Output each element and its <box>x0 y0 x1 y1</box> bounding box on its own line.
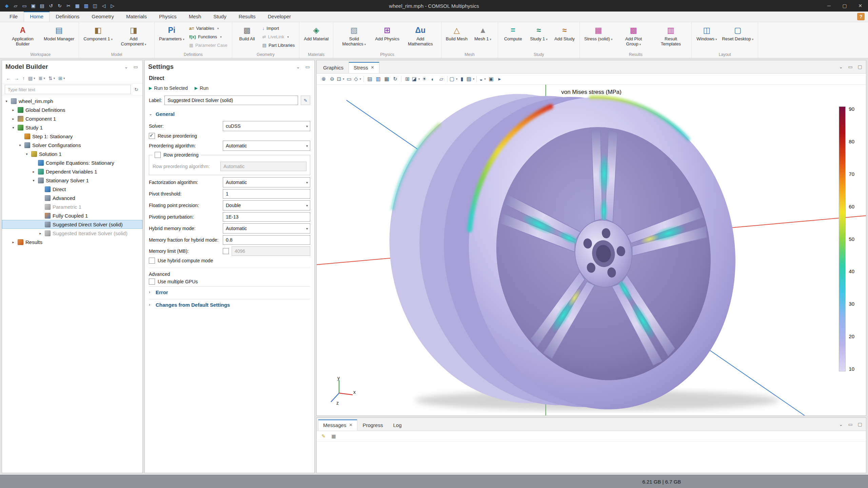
add-material-button[interactable]: ◈Add Material <box>302 23 330 51</box>
float-panel-icon[interactable]: ▭ <box>847 421 854 428</box>
close-button[interactable]: ✕ <box>852 0 868 12</box>
tree-item[interactable]: ▸Results <box>2 238 142 246</box>
next-node-icon[interactable]: ▷ <box>108 2 117 10</box>
model-manager-button[interactable]: ▤Model Manager <box>42 23 76 51</box>
go-to-yz-view-icon[interactable]: ▥ <box>374 75 382 83</box>
forward-icon[interactable]: → <box>13 76 20 81</box>
windows-button[interactable]: ◫Windows▾ <box>694 23 719 51</box>
refresh-icon[interactable]: ↻ <box>133 86 140 93</box>
tree-item[interactable]: ▾Study 1 <box>2 123 142 132</box>
up-icon[interactable]: ↑ <box>21 76 26 81</box>
lock-view-icon[interactable]: ▮ <box>458 75 466 83</box>
save-icon[interactable]: ▣ <box>29 2 37 10</box>
variables-button[interactable]: a=Variables▾ <box>188 24 229 33</box>
chevron-down-icon[interactable]: ⌄ <box>123 63 130 70</box>
part-libraries-button[interactable]: ▤Part Libraries <box>261 41 297 49</box>
use-multiple-gpus-checkbox[interactable] <box>149 279 155 285</box>
maximize-panel-icon[interactable]: ▢ <box>856 421 863 428</box>
scene-light-icon[interactable]: ☀ <box>420 75 429 83</box>
group-nodes-icon[interactable]: ≣▾ <box>37 76 46 81</box>
paste-icon[interactable]: ▥ <box>82 2 90 10</box>
tree-item[interactable]: Parametric 1 <box>2 202 142 211</box>
tab-definitions[interactable]: Definitions <box>50 12 85 22</box>
tree-toggle-icon[interactable]: ▸ <box>31 170 36 174</box>
undo-icon[interactable]: ↺ <box>47 2 55 10</box>
tree-toggle-icon[interactable]: ▾ <box>18 143 22 147</box>
tree-item[interactable]: ▾Solver Configurations <box>2 141 142 149</box>
help-icon[interactable]: ? <box>857 13 865 20</box>
tree-toggle-icon[interactable]: ▸ <box>11 117 16 121</box>
factorization-algorithm-select[interactable]: Automatic ▾ <box>223 177 310 187</box>
tree-item[interactable]: ▸Global Definitions <box>2 105 142 114</box>
go-to-xy-view-icon[interactable]: ▤ <box>366 75 374 83</box>
use-hybrid-compute-mode-checkbox[interactable] <box>149 258 155 264</box>
go-to-xz-view-icon[interactable]: ▦ <box>382 75 391 83</box>
tree-toggle-icon[interactable]: ▸ <box>38 231 43 235</box>
memory-limit-checkbox[interactable] <box>223 248 229 254</box>
tree-item[interactable]: ▸Suggested Iterative Solver (solid) <box>2 229 142 238</box>
sort-icon[interactable]: ⇅▾ <box>47 76 56 81</box>
chevron-down-icon[interactable]: ⌄ <box>837 421 844 428</box>
clear-messages-icon[interactable]: ✎ <box>320 433 327 440</box>
tab-graphics[interactable]: Graphics <box>318 62 349 73</box>
tree-item[interactable]: Suggested Direct Solver (solid) <box>2 220 142 229</box>
copy-icon[interactable]: ▦ <box>73 2 81 10</box>
expand-tree-icon[interactable]: ⊞▾ <box>57 76 66 81</box>
print-icon[interactable]: ▤ <box>38 2 46 10</box>
color-table-icon[interactable]: ▨▾ <box>466 75 475 83</box>
section-general[interactable]: ⌄ General <box>149 108 310 119</box>
open-file-icon[interactable]: ▭ <box>20 2 28 10</box>
tab-study[interactable]: Study <box>207 12 232 22</box>
back-icon[interactable]: ← <box>5 76 12 81</box>
redo-icon[interactable]: ↻ <box>56 2 64 10</box>
model-builder-window-icon[interactable]: ◫ <box>91 2 99 10</box>
environment-reflection-icon[interactable]: ◒▾ <box>478 75 487 83</box>
float-panel-icon[interactable]: ▭ <box>132 63 139 70</box>
tab-log[interactable]: Log <box>388 419 407 431</box>
add-study-button[interactable]: ≈Add Study <box>552 23 577 51</box>
chevron-down-icon[interactable]: ⌄ <box>837 63 844 70</box>
zoom-out-icon[interactable]: ⊖ <box>328 75 336 83</box>
result-templates-button[interactable]: ▥Result Templates <box>653 23 689 51</box>
memory-fraction-input[interactable] <box>223 235 310 245</box>
add-mathematics-button[interactable]: ΔuAdd Mathematics <box>402 23 438 51</box>
close-tab-icon[interactable]: ✕ <box>349 423 352 427</box>
maximize-panel-icon[interactable]: ▢ <box>856 63 863 70</box>
tab-stress[interactable]: Stress✕ <box>349 62 379 73</box>
compute-button[interactable]: =Compute <box>501 23 525 51</box>
copy-messages-icon[interactable]: ▦ <box>330 433 337 440</box>
run-to-selected-button[interactable]: ▶ Run to Selected <box>149 85 188 91</box>
tab-developer[interactable]: Developer <box>262 12 297 22</box>
build-all-button[interactable]: ▩Build All <box>235 23 259 51</box>
float-panel-icon[interactable]: ▭ <box>847 63 854 70</box>
tab-file[interactable]: File <box>3 12 24 22</box>
tree-toggle-icon[interactable]: ▸ <box>11 108 16 112</box>
minimize-button[interactable]: ─ <box>821 0 837 12</box>
run-button[interactable]: ▶ Run <box>195 85 209 91</box>
reset-desktop-button[interactable]: ▢Reset Desktop▾ <box>720 23 755 51</box>
build-mesh-button[interactable]: △Build Mesh <box>444 23 469 51</box>
orthographic-projection-icon[interactable]: ◪▾ <box>412 75 420 83</box>
tree-toggle-icon[interactable]: ▾ <box>4 99 9 103</box>
tab-materials[interactable]: Materials <box>120 12 153 22</box>
tree-item[interactable]: Advanced <box>2 194 142 202</box>
zoom-in-icon[interactable]: ⊕ <box>319 75 328 83</box>
filter-input[interactable] <box>5 85 131 94</box>
solid-mechanics-button[interactable]: ▧Solid Mechanics▾ <box>336 23 372 51</box>
select-mode-icon[interactable]: ▢▾ <box>449 75 458 83</box>
tree-item[interactable]: Fully Coupled 1 <box>2 211 142 220</box>
tree-item[interactable]: ▾Solution 1 <box>2 149 142 158</box>
zoom-box-icon[interactable]: ▭ <box>345 75 353 83</box>
parameter-case-button[interactable]: ▦Parameter Case <box>188 41 229 49</box>
tab-home[interactable]: Home <box>24 12 50 22</box>
tab-mesh[interactable]: Mesh <box>183 12 208 22</box>
row-preordering-checkbox[interactable] <box>155 152 161 158</box>
reuse-preordering-checkbox[interactable] <box>149 133 155 139</box>
show-grid-icon[interactable]: ⊞ <box>403 75 412 83</box>
previous-node-icon[interactable]: ◁ <box>100 2 108 10</box>
tree-toggle-icon[interactable]: ▾ <box>11 126 16 129</box>
floating-point-precision-select[interactable]: Double ▾ <box>223 200 310 210</box>
label-input[interactable] <box>164 96 298 105</box>
tree-toggle-icon[interactable]: ▾ <box>24 152 29 156</box>
snapshot-icon[interactable]: ▣ <box>487 75 495 83</box>
